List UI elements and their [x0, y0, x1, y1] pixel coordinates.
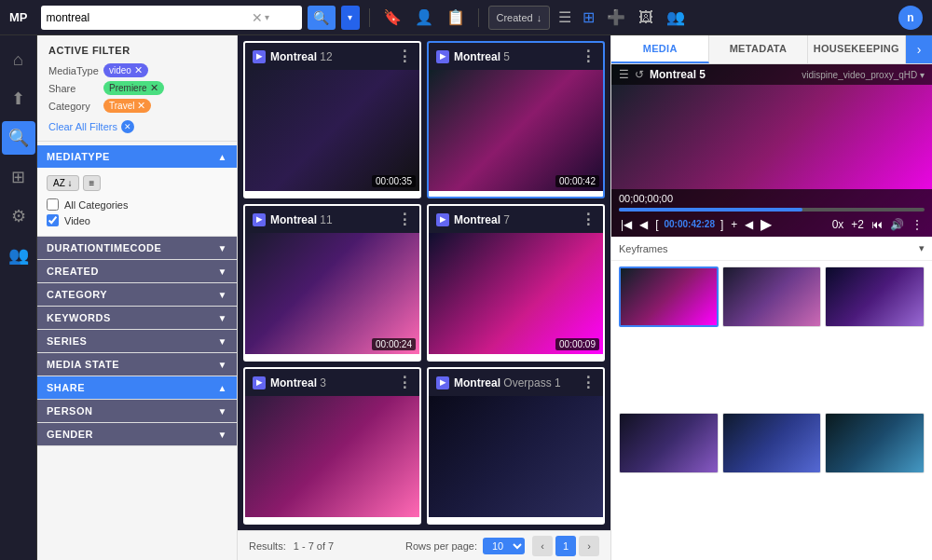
thumbnail-5[interactable]: [722, 413, 822, 473]
sort-button[interactable]: Created ↓: [488, 6, 551, 30]
filter-group-category-header[interactable]: CATEGORY ▼: [37, 283, 237, 306]
media-card-montreal-5[interactable]: ▶ Montreal 5 ⋮ 00:00:42: [427, 41, 605, 198]
filter-group-person-header[interactable]: PERSON ▼: [37, 400, 237, 422]
card-header-montreal-11: ▶ Montreal 11 ⋮: [245, 206, 419, 233]
filter-group-created-header[interactable]: CREATED ▼: [37, 260, 237, 282]
skip-start-button[interactable]: ⏮: [870, 218, 884, 231]
share-remove-icon[interactable]: ✕: [150, 82, 158, 94]
page-prev-button[interactable]: ‹: [532, 536, 553, 556]
media-card-montreal-7[interactable]: ▶ Montreal 7 ⋮ 00:00:09: [427, 204, 605, 362]
nav-sidebar: ⌂ ⬆ 🔍 ⊞ ⚙ 👥: [0, 35, 37, 560]
mediatype-tag[interactable]: video ✕: [103, 63, 148, 77]
mediatype-chevron-icon: ▲: [218, 152, 227, 162]
search-dropdown-button[interactable]: ▾: [341, 6, 360, 30]
volume-button[interactable]: 🔊: [888, 218, 906, 231]
clear-all-x-icon[interactable]: ✕: [121, 120, 134, 133]
video-checkbox[interactable]: [47, 214, 59, 226]
bracket-close-button[interactable]: ]: [719, 218, 725, 231]
grid-view-icon[interactable]: ⊞: [580, 8, 597, 26]
card-icon-montreal-overpass-1: ▶: [436, 376, 449, 389]
share-tag[interactable]: Premiere ✕: [103, 81, 164, 95]
clear-all-button[interactable]: Clear All Filters ✕: [37, 116, 237, 137]
tc-current-display: 00:00:42:28: [664, 219, 714, 229]
duration-chevron-icon: ▼: [218, 243, 227, 253]
filter-sort-az-button[interactable]: AZ ↓: [47, 175, 79, 191]
bracket-open-button[interactable]: [: [653, 218, 660, 231]
search-dropdown-icon[interactable]: ▾: [265, 12, 269, 22]
more-button[interactable]: ⋮: [910, 218, 925, 231]
filter-group-mediatype: MEDIATYPE ▲ AZ ↓ ≡ All Categories Video: [37, 145, 237, 237]
card-duration-montreal-11: 00:00:24: [372, 338, 416, 350]
card-header-montreal-12: ▶ Montreal 12 ⋮: [245, 43, 419, 70]
search-clear-icon[interactable]: ✕: [252, 10, 263, 25]
video-refresh-icon[interactable]: ↺: [635, 68, 644, 81]
nav-search-icon[interactable]: 🔍: [2, 121, 35, 155]
step-forward-button[interactable]: ◀: [743, 218, 755, 231]
right-panel: MEDIA METADATA HOUSEKEEPING › ☰ ↺ Montre…: [610, 35, 932, 560]
nav-grid-icon[interactable]: ⊞: [2, 160, 35, 194]
filter-group-duration-header[interactable]: DURATIONTIMECODE ▼: [37, 237, 237, 259]
filter-group-mediastate-header[interactable]: MEDIA STATE ▼: [37, 353, 237, 376]
media-card-montreal-overpass-1[interactable]: ▶ Montreal Overpass 1 ⋮: [427, 367, 605, 525]
page-next-button[interactable]: ›: [579, 536, 599, 556]
category-label: Category: [48, 101, 100, 112]
tab-housekeeping[interactable]: HOUSEKEEPING: [808, 35, 906, 63]
card-menu-montreal-5[interactable]: ⋮: [581, 48, 596, 65]
filter-group-series-header[interactable]: SERIES ▼: [37, 330, 237, 352]
page-1-button[interactable]: 1: [555, 536, 576, 556]
media-card-montreal-11[interactable]: ▶ Montreal 11 ⋮ 00:00:24: [243, 204, 421, 362]
share-label: Share: [48, 83, 100, 94]
search-input[interactable]: [47, 11, 252, 24]
nav-workflow-icon[interactable]: ⚙: [2, 199, 35, 233]
rows-select[interactable]: 10 25 50: [483, 538, 525, 554]
thumbnail-4[interactable]: [619, 413, 719, 473]
filter-group-keywords-header[interactable]: KEYWORDS ▼: [37, 307, 237, 329]
nav-users-icon[interactable]: 👥: [2, 239, 35, 272]
bookmark-icon[interactable]: 🔖: [379, 8, 405, 26]
play-start-button[interactable]: |◀: [619, 218, 634, 231]
tab-metadata[interactable]: METADATA: [709, 35, 807, 63]
media-card-montreal-3[interactable]: ▶ Montreal 3 ⋮: [243, 367, 421, 525]
card-menu-montreal-overpass-1[interactable]: ⋮: [581, 374, 596, 391]
play-button[interactable]: ▶: [759, 215, 774, 233]
list-view-icon[interactable]: ☰: [555, 8, 574, 26]
timeline-bar[interactable]: [619, 208, 925, 212]
video-quality[interactable]: vidispine_video_proxy_qHD ▾: [802, 70, 925, 80]
nav-home-icon[interactable]: ⌂: [2, 43, 35, 76]
user-add-icon[interactable]: 👤: [411, 8, 437, 26]
users-icon[interactable]: 👥: [663, 8, 689, 26]
card-icon-montreal-12: ▶: [253, 50, 266, 63]
card-menu-montreal-7[interactable]: ⋮: [581, 211, 596, 228]
category-remove-icon[interactable]: ✕: [137, 100, 145, 112]
media-card-montreal-12[interactable]: ▶ Montreal 12 ⋮ 00:00:35: [243, 41, 421, 198]
category-tag[interactable]: Travel ✕: [103, 99, 151, 113]
avatar[interactable]: n: [898, 6, 923, 30]
thumbnail-6[interactable]: [825, 413, 925, 473]
document-icon[interactable]: 📋: [443, 8, 469, 26]
step-back-button[interactable]: ◀: [637, 218, 650, 231]
add-keyframe-button[interactable]: +: [729, 218, 739, 231]
card-duration-montreal-7: 00:00:09: [555, 338, 599, 350]
card-menu-montreal-11[interactable]: ⋮: [397, 211, 412, 228]
video-menu-icon[interactable]: ☰: [619, 68, 629, 81]
tab-media[interactable]: MEDIA: [611, 35, 709, 63]
filter-sort-list-button[interactable]: ≡: [83, 175, 102, 191]
thumbnail-3[interactable]: [825, 266, 925, 327]
card-menu-montreal-12[interactable]: ⋮: [397, 48, 412, 65]
thumbnail-1[interactable]: [619, 266, 719, 327]
card-menu-montreal-3[interactable]: ⋮: [397, 374, 412, 391]
filter-group-share-header[interactable]: SHARE ▲: [37, 376, 237, 399]
mediatype-remove-icon[interactable]: ✕: [134, 64, 143, 76]
right-panel-expand-icon[interactable]: ›: [906, 35, 932, 63]
thumbnail-2[interactable]: [722, 266, 822, 327]
filter-group-gender-header[interactable]: GENDER ▼: [37, 423, 237, 445]
keyframes-dropdown-icon[interactable]: ▾: [919, 242, 925, 254]
add-media-icon[interactable]: ➕: [603, 8, 629, 26]
image-icon[interactable]: 🖼: [635, 9, 657, 26]
filter-group-keywords: KEYWORDS ▼: [37, 307, 237, 330]
filter-group-mediatype-header[interactable]: MEDIATYPE ▲: [37, 145, 237, 168]
search-button[interactable]: 🔍: [308, 6, 336, 30]
nav-upload-icon[interactable]: ⬆: [2, 82, 35, 116]
video-row: Video: [47, 212, 227, 228]
all-categories-checkbox[interactable]: [47, 198, 59, 211]
